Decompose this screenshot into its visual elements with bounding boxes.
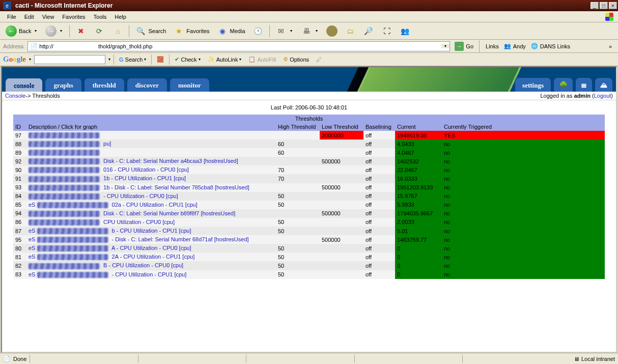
print-dropdown-icon[interactable]: ▾ [314, 29, 319, 33]
tab-preview-icon[interactable]: ⛰ [595, 77, 613, 92]
link-dans[interactable]: 🌐DANS Links [531, 43, 570, 49]
row-link[interactable]: 016 - CPU Utilization - CPU0 [cpu] [29, 166, 189, 173]
tab-console[interactable]: console [5, 78, 43, 92]
fullscreen-button[interactable]: ⛶ [379, 24, 395, 38]
mail-dropdown-icon[interactable]: ▾ [289, 29, 294, 33]
maximize-button[interactable]: □ [600, 2, 608, 9]
col-bl[interactable]: Baselining [363, 123, 395, 131]
address-dropdown-icon[interactable]: ▾ [441, 44, 450, 48]
close-button[interactable]: × [609, 2, 617, 9]
menu-file[interactable]: File [3, 13, 20, 21]
col-trig[interactable]: Currently Triggered [442, 123, 605, 131]
breadcrumb-console-link[interactable]: Console [5, 93, 25, 99]
tab-tree-icon[interactable]: 🌳 [553, 77, 573, 92]
row-link[interactable]: eS b - CPU Utilization - CPU1 [cpu] [29, 228, 191, 234]
row-link[interactable]: eS 02a - CPU Utilization - CPU1 [cpu] [29, 202, 198, 208]
tab-list-icon[interactable]: ≣ [575, 77, 593, 92]
google-menu-dropdown-icon[interactable]: ▾ [29, 57, 31, 62]
row-link[interactable]: eS - Disk - C: Label: Serial Number 68d7… [29, 236, 249, 242]
chevron-down-icon[interactable]: ▾ [144, 57, 146, 62]
menu-help[interactable]: Help [110, 13, 130, 21]
browser-viewport[interactable]: console graphs threshld discover monitor… [1, 66, 617, 353]
menu-edit[interactable]: Edit [20, 13, 38, 21]
stop-button[interactable]: ✖ [73, 24, 89, 38]
col-id[interactable]: ID [13, 123, 26, 131]
google-search-input[interactable] [34, 55, 105, 64]
back-button[interactable]: ← Back ▾ [3, 24, 41, 38]
tab-discover[interactable]: discover [127, 78, 167, 92]
forward-button[interactable]: → ▾ [43, 24, 66, 38]
tab-threshld[interactable]: threshld [84, 78, 125, 92]
messenger-button[interactable]: 👥 [397, 24, 413, 38]
go-button[interactable]: → Go [452, 41, 476, 51]
redacted-text [29, 263, 100, 269]
forward-dropdown-icon[interactable]: ▾ [59, 29, 64, 33]
col-hi[interactable]: High Threshold [276, 123, 320, 131]
tab-monitor[interactable]: monitor [170, 78, 210, 92]
row-link[interactable]: B - CPU Utilization - CPU0 [cpu] [29, 262, 183, 268]
home-button[interactable]: ⌂ [109, 24, 126, 38]
links-more-icon[interactable]: » [606, 43, 615, 49]
address-input[interactable] [39, 42, 441, 50]
google-g-icon: G [119, 57, 124, 63]
menu-tools[interactable]: Tools [90, 13, 111, 21]
cell-desc: eS 02a - CPU Utilization - CPU1 [cpu] [26, 201, 276, 209]
tab-settings[interactable]: settings [515, 77, 551, 92]
media-button[interactable]: ◉Media [214, 24, 248, 38]
google-check-button[interactable]: ✔Check▾ [173, 54, 202, 65]
google-autolink-button[interactable]: ✨AutoLink▾ [206, 54, 244, 65]
google-blocker-button[interactable]: 🧱 [155, 54, 166, 65]
row-link[interactable]: eS - CPU Utilization - CPU1 [cpu] [29, 271, 186, 277]
google-logo[interactable]: Google [3, 55, 26, 64]
google-highlight-button[interactable]: 🖊 [314, 54, 324, 65]
minimize-button[interactable]: _ [591, 2, 599, 9]
address-box[interactable]: 📄 ▾ [27, 41, 450, 51]
research-button[interactable]: 🔎 [360, 24, 377, 38]
menu-favorites[interactable]: Favorites [58, 13, 89, 21]
security-zone[interactable]: 🖥 Local intranet [574, 356, 615, 362]
row-link[interactable]: Disk - C: Label: Serial Number a4bcaa3 [… [29, 158, 238, 164]
mail-button[interactable]: ✉▾ [273, 24, 296, 38]
refresh-button[interactable]: ⟳ [91, 24, 107, 38]
window-title: cacti - Microsoft Internet Explorer [13, 2, 589, 9]
chevron-down-icon[interactable]: ▾ [239, 57, 241, 62]
col-desc[interactable]: Description / Click for graph [26, 123, 276, 131]
cell-id: 80 [13, 244, 26, 253]
col-lo[interactable]: Low Threshold [320, 123, 363, 131]
tab-graphs[interactable]: graphs [45, 78, 81, 92]
row-link[interactable]: 1b - Disk - C: Label: Serial Number 785c… [29, 184, 249, 190]
search-button[interactable]: 🔍Search [132, 24, 168, 38]
discuss-button[interactable]: 🗂 [342, 24, 358, 38]
menu-view[interactable]: View [38, 13, 59, 21]
row-link[interactable]: - CPU Utilization - CPU0 [cpu] [29, 193, 178, 199]
row-link[interactable]: eS A - CPU Utilization - CPU0 [cpu] [29, 245, 191, 251]
row-link[interactable] [29, 149, 102, 155]
cell-baselining: off [363, 131, 395, 139]
row-link[interactable]: pu] [29, 141, 111, 147]
row-link[interactable]: Disk - C: Label: Serial Number b89f8f7 [… [29, 210, 235, 216]
favorites-button[interactable]: ★Favorites [171, 24, 212, 38]
row-link[interactable]: eS 2A - CPU Utilization - CPU1 [cpu] [29, 254, 194, 260]
cell-low [320, 165, 363, 174]
chevron-down-icon[interactable]: ▾ [199, 57, 201, 62]
cell-desc: 1b - Disk - C: Label: Serial Number 785c… [26, 183, 276, 192]
row-link[interactable]: CPU Utilization - CPU0 [cpu] [29, 219, 175, 225]
col-cur[interactable]: Current [395, 123, 442, 131]
cell-current: 1463759.77 [395, 235, 442, 244]
cell-baselining: off [363, 227, 395, 235]
google-autofill-button[interactable]: 📋AutoFill [246, 54, 278, 65]
row-link[interactable]: 1b - CPU Utilization - CPU1 [cpu] [29, 175, 186, 181]
link-andy[interactable]: 👥Andy [504, 43, 526, 49]
google-options-button[interactable]: ⚙Options [281, 54, 311, 65]
google-search-dropdown-icon[interactable]: ▾ [108, 57, 110, 62]
print-button[interactable]: 🖶▾ [298, 24, 322, 38]
google-search-button[interactable]: GSearch▾ [117, 54, 148, 65]
history-button[interactable]: 🕑 [250, 24, 266, 38]
cell-high: 50 [276, 201, 320, 209]
cell-current: 2.0033 [395, 218, 442, 227]
back-dropdown-icon[interactable]: ▾ [33, 29, 38, 33]
edit-button[interactable] [324, 24, 340, 38]
row-link[interactable] [29, 132, 102, 138]
logout-link[interactable]: Logout [594, 93, 611, 99]
ie-app-icon: e [3, 2, 11, 10]
